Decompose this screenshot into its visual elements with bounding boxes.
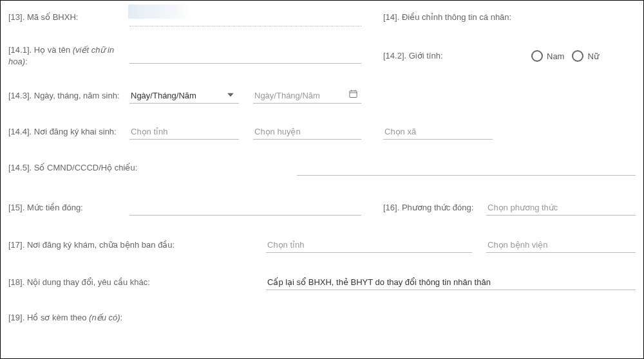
row-14-4: [14.4]. Nơi đăng ký khai sinh:: [8, 124, 636, 140]
label-14-1: [14.1]. Họ và tên (viết chữ in hoa):: [8, 44, 129, 68]
select-birth-province[interactable]: [129, 124, 239, 140]
bhxh-value-mask: [128, 5, 191, 19]
select-birth-commune[interactable]: [383, 124, 493, 140]
row-18: [18]. Nội dung thay đổi, yêu cầu khác:: [8, 275, 636, 290]
input-change-content[interactable]: [266, 275, 636, 290]
label-19-a: [19]. Hồ sơ kèm theo: [8, 313, 89, 322]
row-19: [19]. Hồ sơ kèm theo (nếu có):: [8, 312, 636, 324]
select-birth-district[interactable]: [253, 124, 361, 140]
label-14-1-a: [14.1]. Họ và tên: [8, 45, 73, 55]
label-19: [19]. Hồ sơ kèm theo (nếu có):: [8, 312, 122, 324]
label-19-c: :: [120, 313, 123, 322]
label-14-5: [14.5]. Số CMND/CCCD/Hộ chiếu:: [8, 162, 297, 174]
field-13-bhxh[interactable]: [129, 8, 361, 26]
form-page: [13]. Mã số BHXH: [14]. Điều chỉnh thông…: [0, 0, 644, 359]
label-14-4: [14.4]. Nơi đăng ký khai sinh:: [8, 126, 129, 138]
label-14-1-c: :: [25, 57, 28, 66]
label-17: [17]. Nơi đăng ký khám, chữa bệnh ban đầ…: [8, 239, 266, 251]
label-14-2: [14.2]. Giới tính:: [383, 50, 531, 62]
label-14: [14]. Điều chỉnh thông tin cá nhân:: [383, 12, 511, 23]
label-16: [16]. Phương thức đóng:: [383, 202, 486, 214]
input-id-number[interactable]: [297, 160, 636, 176]
radio-nam[interactable]: Nam: [531, 50, 564, 62]
input-dob-date[interactable]: [253, 88, 361, 104]
select-payment-method[interactable]: [486, 200, 636, 216]
radio-nu[interactable]: Nữ: [572, 50, 598, 62]
select-dob-format-display: [129, 88, 239, 104]
row-14-3: [14.3]. Ngày, tháng, năm sinh:: [8, 88, 636, 104]
radio-circle-icon: [572, 50, 583, 62]
row-13-14: [13]. Mã số BHXH: [14]. Điều chỉnh thông…: [8, 8, 636, 26]
select-dob-format[interactable]: [129, 88, 239, 104]
radio-nu-label: Nữ: [587, 51, 598, 61]
row-14-1-2: [14.1]. Họ và tên (viết chữ in hoa): [14…: [8, 44, 636, 68]
row-15-16: [15]. Mức tiền đóng: [16]. Phương thức đ…: [8, 200, 636, 216]
select-hospital[interactable]: [486, 237, 636, 253]
label-19-b: (nếu có): [89, 313, 120, 322]
row-17: [17]. Nơi đăng ký khám, chữa bệnh ban đầ…: [8, 237, 636, 253]
radio-circle-icon: [531, 50, 543, 62]
radio-nam-label: Nam: [547, 51, 564, 61]
row-14-5: [14.5]. Số CMND/CCCD/Hộ chiếu:: [8, 160, 636, 176]
input-payment-amount[interactable]: [129, 200, 361, 216]
select-hospital-province[interactable]: [266, 237, 472, 253]
label-15: [15]. Mức tiền đóng:: [8, 202, 129, 214]
input-dob-date-field: [253, 88, 361, 104]
label-14-3: [14.3]. Ngày, tháng, năm sinh:: [8, 90, 129, 102]
label-18: [18]. Nội dung thay đổi, yêu cầu khác:: [8, 277, 266, 288]
input-fullname[interactable]: [129, 48, 361, 64]
label-13: [13]. Mã số BHXH:: [8, 12, 129, 23]
